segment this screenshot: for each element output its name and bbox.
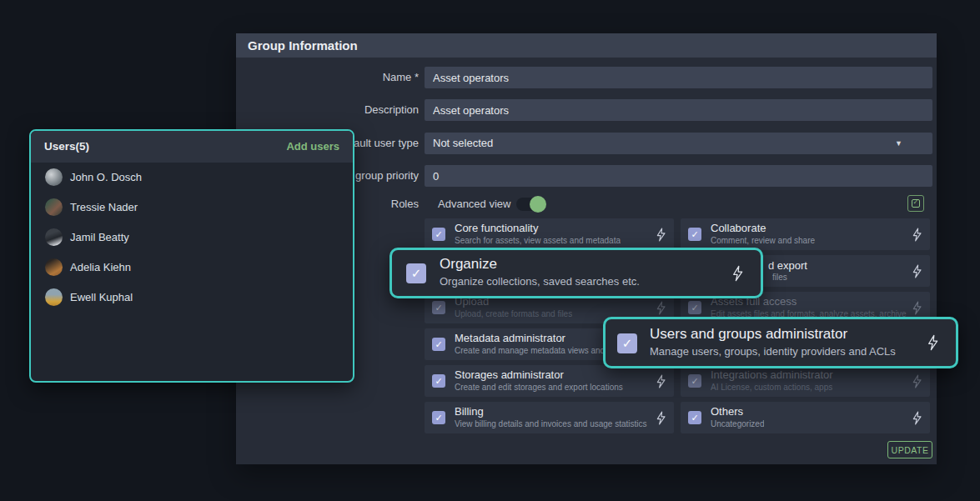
lightning-icon[interactable] (656, 301, 666, 315)
toggle-knob (530, 196, 546, 213)
role-title: Others (711, 405, 743, 418)
checkbox-checked-icon[interactable] (406, 263, 426, 283)
role-card-billing[interactable]: Billing View billing details and invoice… (425, 402, 674, 433)
checked-box-icon (912, 199, 920, 208)
lightning-icon[interactable] (912, 228, 922, 242)
add-users-button[interactable]: Add users (286, 131, 339, 163)
avatar (45, 288, 63, 306)
user-name: John O. Dosch (70, 171, 142, 183)
role-title: Integrations administrator (711, 368, 833, 381)
update-button[interactable]: UPDATE (887, 441, 932, 458)
checkbox-checked-icon[interactable] (688, 374, 701, 388)
description-label: Description (242, 103, 419, 117)
avatar (45, 198, 63, 216)
role-title: Organize (440, 256, 497, 273)
avatar (45, 228, 63, 246)
lightning-icon[interactable] (731, 265, 744, 282)
avatar (45, 258, 63, 276)
role-card-storages-administrator[interactable]: Storages administrator Create and edit s… (425, 365, 674, 397)
user-list-item[interactable]: John O. Dosch (31, 163, 353, 193)
organize-role-callout[interactable]: Organize Organize collections, saved sea… (389, 248, 763, 298)
description-field[interactable] (425, 99, 932, 121)
users-groups-admin-role-callout[interactable]: Users and groups administrator Manage us… (603, 317, 958, 368)
select-all-roles-button[interactable] (907, 195, 924, 212)
chevron-down-icon: ▼ (895, 133, 902, 154)
users-panel: Users(5) Add users John O. Dosch Tressie… (29, 129, 354, 383)
user-name: Tressie Nader (70, 201, 138, 213)
user-list-item[interactable]: Adelia Kiehn (31, 253, 353, 283)
screen: Group Information Name * Description Def… (0, 0, 980, 501)
checkbox-checked-icon[interactable] (688, 411, 701, 424)
user-list-item[interactable]: Tressie Nader (31, 193, 353, 223)
advanced-view-label: Advanced view (438, 198, 510, 211)
role-title: Core functionality (455, 222, 538, 234)
default-user-type-value: Not selected (433, 137, 493, 149)
role-subtitle: Create and edit storages and export loca… (455, 383, 623, 392)
role-card-core-functionality[interactable]: Core functionality Search for assets, vi… (425, 218, 674, 250)
checkbox-checked-icon[interactable] (432, 338, 445, 351)
lightning-icon[interactable] (912, 301, 922, 315)
user-name: Adelia Kiehn (70, 261, 131, 273)
role-subtitle: View billing details and invoices and us… (455, 419, 647, 428)
lightning-icon[interactable] (912, 374, 922, 388)
lightning-icon[interactable] (656, 228, 666, 242)
checkbox-checked-icon[interactable] (432, 374, 445, 388)
panel-header: Group Information (236, 33, 937, 58)
role-subtitle: Search for assets, view assets and metad… (455, 236, 621, 245)
role-title: d export (768, 259, 807, 272)
lightning-icon[interactable] (656, 374, 666, 388)
role-subtitle: AI License, custom actions, apps (711, 383, 832, 392)
lightning-icon[interactable] (656, 411, 666, 425)
page-title: Group Information (248, 33, 937, 58)
checkbox-checked-icon[interactable] (432, 301, 445, 314)
name-field[interactable] (425, 67, 932, 88)
role-title: Collaborate (711, 222, 766, 234)
checkbox-checked-icon[interactable] (617, 333, 637, 353)
role-title: Metadata administrator (455, 332, 565, 344)
checkbox-checked-icon[interactable] (432, 411, 445, 424)
role-title: Users and groups administrator (650, 326, 847, 343)
user-list-item[interactable]: Jamil Beatty (31, 223, 353, 253)
lightning-icon[interactable] (927, 334, 939, 351)
checkbox-checked-icon[interactable] (432, 228, 445, 241)
checkbox-checked-icon[interactable] (688, 301, 701, 314)
user-name: Jamil Beatty (70, 231, 129, 243)
role-card-collaborate[interactable]: Collaborate Comment, review and share (681, 218, 930, 250)
role-subtitle: Manage users, groups, identity providers… (650, 345, 896, 358)
avatar (45, 168, 63, 186)
user-name: Ewell Kuphal (70, 291, 133, 303)
role-subtitle: Comment, review and share (711, 236, 815, 245)
role-subtitle: Upload, create formats and files (455, 309, 572, 318)
name-label: Name * (242, 71, 419, 84)
role-subtitle: Organize collections, saved searches etc… (440, 275, 640, 288)
group-priority-field[interactable] (425, 165, 932, 187)
role-subtitle: Uncategorized (711, 419, 764, 428)
role-card-integrations-administrator[interactable]: Integrations administrator AI License, c… (681, 365, 930, 397)
checkbox-checked-icon[interactable] (688, 228, 701, 241)
lightning-icon[interactable] (912, 264, 922, 278)
lightning-icon[interactable] (912, 411, 922, 425)
role-card-others[interactable]: Others Uncategorized (681, 402, 930, 433)
user-list-item[interactable]: Ewell Kuphal (31, 283, 353, 313)
advanced-view-toggle[interactable] (516, 198, 545, 211)
role-subtitle: Create and manage metadata views and fie… (455, 346, 626, 355)
role-title: Storages administrator (455, 368, 564, 381)
users-panel-header: Users(5) Add users (31, 131, 353, 163)
role-subtitle: files (772, 273, 787, 282)
users-count-title: Users(5) (44, 131, 89, 163)
default-user-type-select[interactable]: Not selected ▼ (425, 133, 932, 154)
role-title: Billing (455, 405, 484, 418)
